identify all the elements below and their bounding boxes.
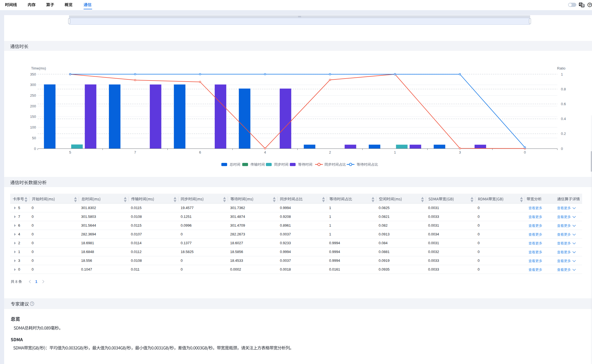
svg-text:6: 6 (199, 150, 201, 154)
svg-text:Time(ms): Time(ms) (31, 66, 46, 70)
svg-text:350: 350 (30, 72, 36, 76)
svg-text:200: 200 (30, 104, 36, 108)
svg-text:0.8: 0.8 (561, 87, 566, 91)
svg-text:0: 0 (524, 150, 526, 154)
svg-text:0.6: 0.6 (561, 102, 566, 106)
svg-text:100: 100 (30, 125, 36, 129)
svg-text:Ratio: Ratio (557, 66, 565, 70)
svg-text:250: 250 (30, 93, 36, 98)
svg-text:50: 50 (32, 136, 36, 140)
svg-text:5: 5 (69, 150, 71, 154)
svg-text:0: 0 (34, 147, 36, 151)
svg-text:150: 150 (30, 115, 36, 119)
svg-text:1: 1 (561, 72, 563, 76)
svg-text:3: 3 (459, 150, 461, 154)
svg-text:2: 2 (329, 150, 331, 154)
svg-text:0.2: 0.2 (561, 132, 566, 136)
svg-text:0: 0 (561, 147, 563, 151)
svg-text:4: 4 (264, 150, 266, 154)
svg-text:7: 7 (134, 150, 136, 154)
svg-text:0.4: 0.4 (561, 117, 566, 121)
svg-text:1: 1 (394, 150, 396, 154)
svg-text:300: 300 (30, 83, 36, 87)
